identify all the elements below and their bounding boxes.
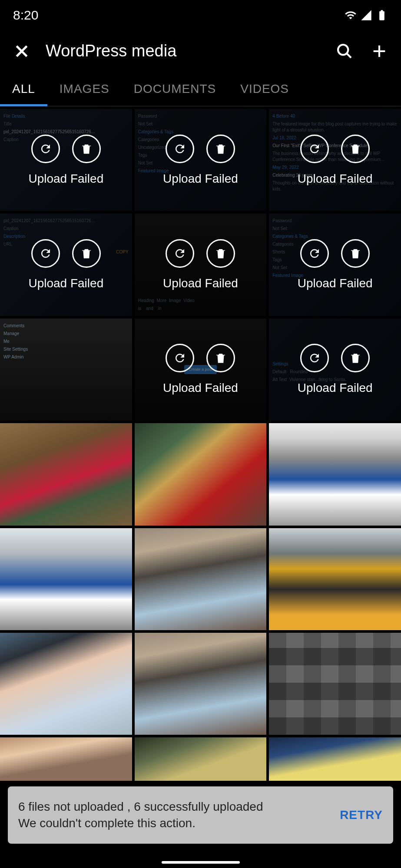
nav-indicator[interactable] xyxy=(162,861,240,864)
delete-button[interactable] xyxy=(72,239,101,268)
media-item[interactable] xyxy=(269,423,401,525)
tab-documents[interactable]: DOCUMENTS xyxy=(122,72,228,106)
status-bar: 8:20 xyxy=(0,0,401,30)
media-item[interactable]: File Details Title pxl_20241207_16215616… xyxy=(0,109,132,211)
delete-button[interactable] xyxy=(341,135,370,163)
tabs: ALL IMAGES DOCUMENTS VIDEOS xyxy=(0,72,401,106)
retry-button[interactable] xyxy=(300,135,329,163)
status-icons xyxy=(345,9,388,21)
media-item[interactable] xyxy=(0,423,132,525)
upload-failed-overlay: Upload Failed xyxy=(135,319,267,421)
media-item[interactable] xyxy=(0,737,132,781)
upload-failed-overlay: Upload Failed xyxy=(269,319,401,421)
upload-failed-label: Upload Failed xyxy=(28,276,103,290)
retry-button[interactable] xyxy=(300,239,329,268)
media-item[interactable] xyxy=(269,528,401,630)
media-item[interactable]: Password Not Set Categories & Tags Categ… xyxy=(135,109,267,211)
trash-icon xyxy=(349,142,362,155)
delete-button[interactable] xyxy=(72,135,101,163)
retry-button[interactable] xyxy=(31,239,60,268)
delete-button[interactable] xyxy=(206,135,235,163)
retry-icon xyxy=(308,142,321,155)
media-item[interactable] xyxy=(135,528,267,630)
retry-icon xyxy=(173,142,186,155)
wifi-icon xyxy=(345,9,357,21)
media-item[interactable]: Comments Manage Me Site Settings WP Admi… xyxy=(0,319,132,421)
trash-icon xyxy=(214,142,227,155)
delete-button[interactable] xyxy=(206,344,235,372)
app-bar: WordPress media xyxy=(0,30,401,72)
search-icon xyxy=(336,43,353,60)
media-item[interactable]: pxl_20241207_162156162775256515160726...… xyxy=(0,214,132,316)
retry-icon xyxy=(308,352,321,365)
retry-icon xyxy=(173,352,186,365)
retry-icon xyxy=(39,142,52,155)
retry-button[interactable] xyxy=(166,344,194,372)
media-item[interactable] xyxy=(269,737,401,781)
media-item[interactable] xyxy=(135,423,267,525)
upload-failed-overlay: Upload Failed xyxy=(269,214,401,316)
snackbar: 6 files not uploaded , 6 successfully up… xyxy=(8,786,393,844)
media-item[interactable] xyxy=(0,633,132,735)
upload-failed-overlay: Upload Failed xyxy=(135,109,267,211)
upload-failed-label: Upload Failed xyxy=(28,172,103,186)
page-title: WordPress media xyxy=(46,42,321,60)
media-item[interactable]: Heading More Image Video is and in Uploa… xyxy=(135,214,267,316)
upload-failed-overlay: Upload Failed xyxy=(0,214,132,316)
snackbar-message: 6 files not uploaded , 6 successfully up… xyxy=(18,799,331,832)
upload-failed-label: Upload Failed xyxy=(298,276,373,290)
trash-icon xyxy=(349,247,362,260)
battery-icon xyxy=(376,9,388,21)
media-item[interactable]: Settings Default Rounded Alt Text Vivien… xyxy=(269,319,401,421)
trash-icon xyxy=(214,247,227,260)
delete-button[interactable] xyxy=(206,239,235,268)
trash-icon xyxy=(214,352,227,365)
upload-failed-label: Upload Failed xyxy=(163,276,238,290)
thumbnail-preview: Comments Manage Me Site Settings WP Admi… xyxy=(0,319,132,421)
tab-images[interactable]: IMAGES xyxy=(47,72,122,106)
media-item[interactable]: 4 Before 40 The featured image for this … xyxy=(269,109,401,211)
retry-button[interactable] xyxy=(166,135,194,163)
upload-failed-label: Upload Failed xyxy=(163,381,238,395)
trash-icon xyxy=(80,142,93,155)
media-item[interactable]: Password Not Set Categories & Tags Categ… xyxy=(269,214,401,316)
upload-failed-overlay: Upload Failed xyxy=(0,109,132,211)
retry-icon xyxy=(173,247,186,260)
tab-all[interactable]: ALL xyxy=(0,72,47,106)
upload-failed-overlay: Upload Failed xyxy=(135,214,267,316)
delete-button[interactable] xyxy=(341,239,370,268)
trash-icon xyxy=(80,247,93,260)
retry-action[interactable]: RETRY xyxy=(340,808,383,822)
retry-button[interactable] xyxy=(166,239,194,268)
plus-icon xyxy=(371,43,388,60)
upload-failed-overlay: Upload Failed xyxy=(269,109,401,211)
media-item[interactable]: Create a post Upload Failed xyxy=(135,319,267,421)
retry-icon xyxy=(39,247,52,260)
svg-point-0 xyxy=(338,45,348,55)
media-item[interactable] xyxy=(135,633,267,735)
media-item[interactable] xyxy=(0,528,132,630)
add-button[interactable] xyxy=(368,40,390,62)
media-grid: File Details Title pxl_20241207_16215616… xyxy=(0,106,401,783)
trash-icon xyxy=(349,352,362,365)
delete-button[interactable] xyxy=(341,344,370,372)
search-button[interactable] xyxy=(334,40,355,62)
upload-failed-label: Upload Failed xyxy=(163,172,238,186)
tab-videos[interactable]: VIDEOS xyxy=(228,72,301,106)
upload-failed-label: Upload Failed xyxy=(298,172,373,186)
retry-button[interactable] xyxy=(31,135,60,163)
signal-icon xyxy=(360,9,372,21)
close-button[interactable] xyxy=(11,40,33,62)
status-time: 8:20 xyxy=(13,8,38,23)
close-icon xyxy=(13,43,30,60)
upload-failed-label: Upload Failed xyxy=(298,381,373,395)
media-item[interactable] xyxy=(269,633,401,735)
retry-icon xyxy=(308,247,321,260)
retry-button[interactable] xyxy=(300,344,329,372)
media-item[interactable] xyxy=(135,737,267,781)
